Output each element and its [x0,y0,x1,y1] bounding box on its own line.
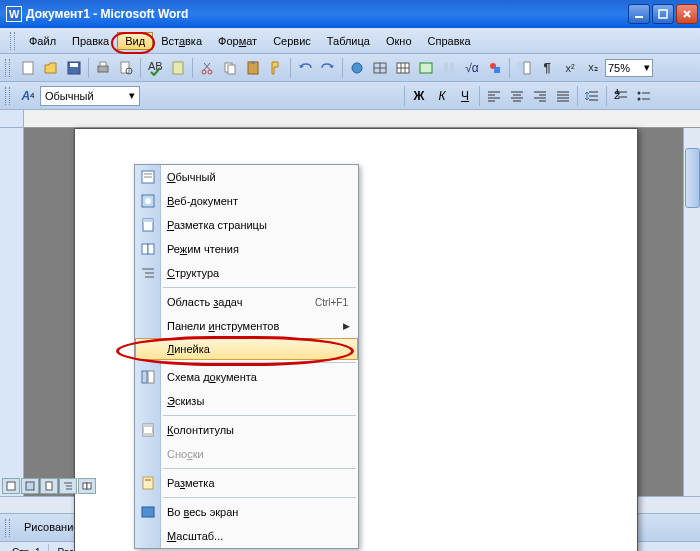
menu-item-label: Режим чтения [167,243,239,255]
view-menu-dropdown: ОбычныйВеб-документРазметка страницыРежи… [134,164,359,549]
format-painter-button[interactable] [265,57,287,79]
styles-pane-button[interactable]: A4 [17,85,39,107]
menu-item-label: Колонтитулы [167,424,234,436]
vertical-scrollbar[interactable] [683,128,700,496]
reading-icon [139,240,157,258]
menu-item-label: Обычный [167,171,216,183]
view-menu-item-10[interactable]: Схема документа [135,365,358,389]
underline-button[interactable]: Ч [454,85,476,107]
outline-view-tab[interactable] [59,478,77,494]
menu-insert[interactable]: Вставка [153,32,210,50]
view-menu-item-1[interactable]: Веб-документ [135,189,358,213]
menu-help[interactable]: Справка [420,32,479,50]
menu-item-label: Схема документа [167,371,257,383]
line-spacing-button[interactable] [581,85,603,107]
italic-button[interactable]: К [431,85,453,107]
equation-button[interactable]: √α [461,57,483,79]
svg-rect-85 [7,482,15,490]
show-hide-button[interactable]: ¶ [536,57,558,79]
view-menu-item-19[interactable]: Масштаб... [135,524,358,548]
drawing-button[interactable] [484,57,506,79]
print-button[interactable] [92,57,114,79]
doc-map-icon [139,368,157,386]
menu-table[interactable]: Таблица [319,32,378,50]
cut-button[interactable] [196,57,218,79]
redo-button[interactable] [317,57,339,79]
print-view-tab[interactable] [40,478,58,494]
menu-item-label: Во весь экран [167,506,238,518]
view-menu-item-6[interactable]: Область задачCtrl+F1 [135,290,358,314]
view-menu-item-18[interactable]: Во весь экран [135,500,358,524]
normal-view-tab[interactable] [2,478,20,494]
view-menu-item-8[interactable]: Линейка [135,338,358,360]
view-menu-item-2[interactable]: Разметка страницы [135,213,358,237]
view-menu-item-4[interactable]: Структура [135,261,358,285]
web-view-tab[interactable] [21,478,39,494]
view-menu-item-16[interactable]: Разметка [135,471,358,495]
view-menu-item-11[interactable]: Эскизы [135,389,358,413]
menu-view[interactable]: Вид [117,32,153,50]
maximize-button[interactable] [652,4,674,24]
document-area[interactable] [24,110,700,496]
horizontal-ruler[interactable] [24,110,700,128]
view-mode-tabs [2,478,96,496]
align-center-button[interactable] [506,85,528,107]
svg-text:2: 2 [614,89,620,101]
close-button[interactable] [676,4,698,24]
svg-rect-37 [524,62,530,74]
svg-rect-3 [659,10,667,18]
menu-file[interactable]: Файл [21,32,64,50]
view-menu-item-0[interactable]: Обычный [135,165,358,189]
menu-format[interactable]: Формат [210,32,265,50]
zoom-combo[interactable]: 75%▾ [605,59,653,77]
toolbar-grip[interactable] [5,87,10,105]
copy-button[interactable] [219,57,241,79]
view-menu-item-3[interactable]: Режим чтения [135,237,358,261]
reading-view-tab[interactable] [78,478,96,494]
minimize-button[interactable] [628,4,650,24]
menu-item-label: Разметка страницы [167,219,267,231]
doc-map-button[interactable] [513,57,535,79]
spelling-button[interactable]: ABC [144,57,166,79]
insert-hyperlink-button[interactable] [346,57,368,79]
align-justify-button[interactable] [552,85,574,107]
menu-window[interactable]: Окно [378,32,420,50]
sup-button[interactable]: x² [559,57,581,79]
toolbar-grip[interactable] [10,32,15,50]
bullets-button[interactable] [633,85,655,107]
sub-button[interactable]: x₂ [582,57,604,79]
insert-worksheet-button[interactable] [415,57,437,79]
svg-point-62 [638,97,641,100]
align-right-button[interactable] [529,85,551,107]
undo-button[interactable] [294,57,316,79]
workspace: ОбычныйВеб-документРазметка страницыРежи… [0,110,700,496]
svg-rect-10 [100,62,106,66]
menu-item-label: Эскизы [167,395,204,407]
paste-button[interactable] [242,57,264,79]
menu-shortcut: Ctrl+F1 [315,297,358,308]
columns-button[interactable] [438,57,460,79]
toolbar-grip[interactable] [5,59,10,77]
save-button[interactable] [63,57,85,79]
view-menu-item-13[interactable]: Колонтитулы [135,418,358,442]
print-preview-button[interactable] [115,57,137,79]
align-left-button[interactable] [483,85,505,107]
open-button[interactable] [40,57,62,79]
bold-button[interactable]: Ж [408,85,430,107]
svg-rect-6 [23,62,33,74]
style-combo[interactable]: Обычный▾ [40,86,140,106]
menu-tools[interactable]: Сервис [265,32,319,50]
svg-rect-77 [142,371,147,383]
insert-table-button[interactable] [392,57,414,79]
svg-point-23 [352,63,362,73]
new-doc-button[interactable] [17,57,39,79]
numbering-button[interactable]: 12 [610,85,632,107]
menu-edit[interactable]: Правка [64,32,117,50]
toolbar-grip[interactable] [5,519,10,537]
svg-rect-91 [83,483,87,489]
svg-rect-72 [142,244,148,254]
svg-point-16 [208,70,212,74]
tables-borders-button[interactable] [369,57,391,79]
view-menu-item-7[interactable]: Панели инструментов▶ [135,314,358,338]
research-button[interactable] [167,57,189,79]
